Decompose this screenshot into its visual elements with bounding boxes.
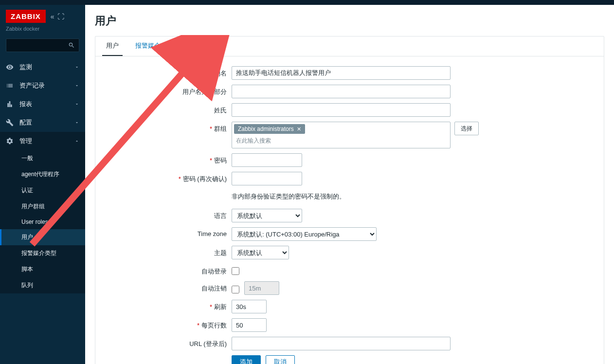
nav-label: 管理 [19,137,69,146]
label-autologout: 自动注销 [201,285,227,292]
chart-icon [6,100,14,108]
nav-label: 监测 [19,63,69,72]
groups-select-button[interactable]: 选择 [454,122,479,135]
search-icon [68,42,75,49]
main-content: 用户 用户 报警媒介 权限 *别名 用户名第一部分 姓氏 [85,5,614,364]
groups-placeholder: 在此输入搜索 [234,134,448,146]
chevron-down-icon [74,65,79,70]
user-form: *别名 用户名第一部分 姓氏 *群组 [95,56,604,364]
group-tag[interactable]: Zabbix administrators ✕ [234,124,305,134]
sidebar: ZABBIX « ⛶ Zabbix docker 监测 资产记录 [0,5,85,364]
collapse-icon[interactable]: « [51,13,54,20]
wrench-icon [6,119,14,127]
sub-queue[interactable]: 队列 [0,277,85,293]
tab-perm[interactable]: 权限 [173,36,194,56]
tabs: 用户 报警媒介 权限 [95,36,604,56]
password2-input[interactable] [232,172,302,185]
nav-label: 资产记录 [19,81,69,90]
page-title: 用户 [95,10,604,36]
sub-usergroups[interactable]: 用户群组 [0,199,85,215]
label-lname: 姓氏 [214,107,227,114]
chevron-down-icon [74,83,79,88]
autologout-checkbox[interactable] [232,286,239,293]
sub-auth[interactable]: 认证 [0,182,85,199]
nav-label: 报表 [19,100,69,109]
tab-user[interactable]: 用户 [102,36,123,56]
eye-icon [6,63,14,71]
expand-icon[interactable]: ⛶ [57,13,64,20]
label-refresh: 刷新 [214,303,227,310]
theme-select[interactable]: 系统默认 [232,246,289,259]
gear-icon [6,137,14,145]
label-autologin: 自动登录 [201,268,227,275]
password-note: 非内部身份验证类型的密码不是强制的。 [232,190,594,204]
fname-input[interactable] [232,85,451,98]
label-password2: 密码 (再次确认) [183,175,227,182]
password-input[interactable] [232,153,302,167]
nav-label: 配置 [19,118,69,127]
label-password: 密码 [214,157,227,164]
label-groups: 群组 [214,125,227,132]
label-url: URL (登录后) [189,340,227,347]
url-input[interactable] [232,337,451,350]
tab-media[interactable]: 报警媒介 [131,36,164,56]
logo: ZABBIX [6,10,46,23]
nav-item-inventory[interactable]: 资产记录 [0,76,85,95]
chevron-down-icon [74,102,79,107]
nav-item-admin[interactable]: 管理 [0,132,85,150]
list-icon [6,82,14,90]
label-lang: 语言 [214,212,227,219]
sub-userroles[interactable]: User roles [0,215,85,229]
label-tz: Time zone [198,230,227,237]
search-input[interactable] [6,38,79,52]
rows-input[interactable] [232,318,267,332]
label-fname: 用户名第一部分 [182,88,227,95]
tz-select[interactable]: 系统默认: (UTC+03:00) Europe/Riga [232,227,377,241]
sub-scripts[interactable]: 脚本 [0,261,85,277]
lname-input[interactable] [232,103,451,117]
nav-item-monitoring[interactable]: 监测 [0,58,85,76]
chevron-up-icon [74,139,79,144]
sub-proxies[interactable]: agent代理程序 [0,166,85,182]
chevron-down-icon [74,120,79,125]
label-rows: 每页行数 [201,322,227,329]
sub-users[interactable]: 用户 [0,229,85,245]
admin-submenu: 一般 agent代理程序 认证 用户群组 User roles 用户 报警媒介类… [0,150,85,293]
brand-subtitle: Zabbix docker [6,26,79,32]
autologout-input [244,281,279,295]
autologin-checkbox[interactable] [232,267,239,275]
label-alias: 别名 [214,70,227,77]
alias-input[interactable] [232,66,451,80]
nav-item-reports[interactable]: 报表 [0,95,85,113]
group-tag-label: Zabbix administrators [238,126,294,132]
sub-general[interactable]: 一般 [0,150,85,166]
cancel-button[interactable]: 取消 [266,355,295,364]
submit-button[interactable]: 添加 [232,355,261,364]
remove-tag-icon[interactable]: ✕ [297,126,301,132]
label-theme: 主题 [214,249,227,256]
nav-item-config[interactable]: 配置 [0,113,85,132]
groups-multiselect[interactable]: Zabbix administrators ✕ 在此输入搜索 [232,122,451,148]
sub-mediatypes[interactable]: 报警媒介类型 [0,245,85,261]
lang-select[interactable]: 系统默认 [232,209,302,222]
refresh-input[interactable] [232,300,267,313]
